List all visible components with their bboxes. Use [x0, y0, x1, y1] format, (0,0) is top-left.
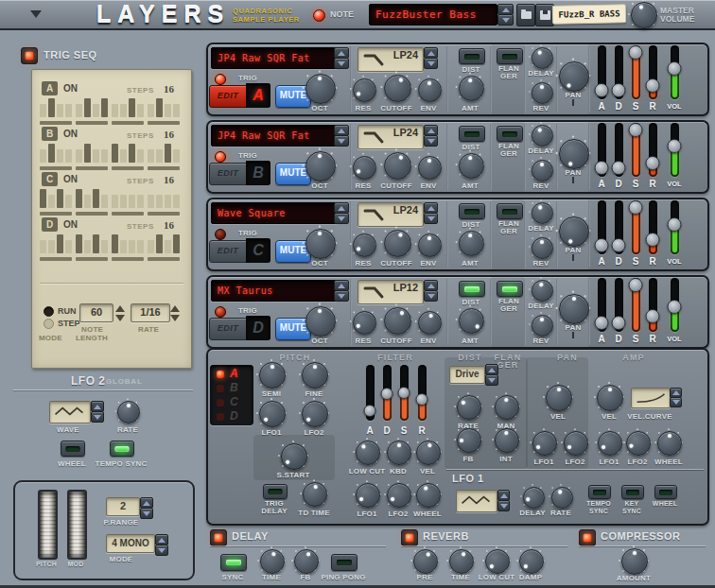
strip-c-release-slider-handle[interactable]: [646, 233, 660, 247]
editor-filter-attack-slider-handle[interactable]: [364, 405, 376, 417]
load-patch-button[interactable]: [516, 4, 535, 26]
strip-b-release-slider-handle[interactable]: [646, 156, 660, 170]
seq-row-C-step-14[interactable]: [156, 195, 163, 208]
editor-lfo1-wheel-button[interactable]: [654, 485, 677, 499]
strip-b-dist-button[interactable]: [459, 126, 485, 142]
strip-d-release-slider-handle[interactable]: [646, 309, 660, 323]
strip-a-decay-slider[interactable]: [615, 45, 623, 99]
seq-mode-step-radio[interactable]: [44, 319, 54, 329]
seq-row-C-step-9[interactable]: [112, 195, 118, 208]
strip-a-attack-slider[interactable]: [598, 45, 606, 99]
strip-a-volume-slider-handle[interactable]: [668, 61, 682, 76]
strip-c-volume-slider[interactable]: [671, 200, 679, 254]
editor-pitch-lfo1-knob[interactable]: [252, 393, 291, 433]
seq-row-A-step-5[interactable]: [76, 104, 82, 117]
strip-a-dist-button[interactable]: [459, 48, 485, 64]
strip-c-decay-slider[interactable]: [615, 200, 623, 254]
strip-b-edit-button[interactable]: EDIT: [209, 163, 247, 185]
seq-row-D-step-1[interactable]: [40, 240, 46, 253]
seq-row-C-step-15[interactable]: [165, 195, 171, 208]
lfo2-wave-display[interactable]: [49, 401, 91, 424]
editor-filter-release-slider-handle[interactable]: [416, 393, 428, 406]
editor-pitch-semi-knob[interactable]: [252, 355, 291, 394]
seq-row-B-step-3[interactable]: [57, 149, 63, 163]
seq-row-C-step-8[interactable]: [101, 195, 108, 208]
editor-td-time-knob[interactable]: [295, 475, 333, 512]
editor-pan-vel-knob[interactable]: [538, 377, 578, 417]
strip-a-attack-slider-handle[interactable]: [595, 83, 609, 97]
strip-d-decay-slider[interactable]: [615, 278, 623, 332]
seq-row-D-step-6[interactable]: [84, 240, 91, 253]
seq-mode-run-radio[interactable]: [44, 306, 54, 317]
strip-b-sustain-slider[interactable]: [632, 123, 640, 177]
seq-row-A-step-11[interactable]: [129, 98, 135, 117]
strip-d-decay-slider-handle[interactable]: [612, 316, 626, 330]
seq-note-length-value[interactable]: 60: [79, 303, 113, 322]
strip-c-dist-button[interactable]: [459, 203, 485, 219]
seq-row-A-step-14[interactable]: [156, 98, 163, 117]
strip-c-attack-slider[interactable]: [598, 200, 606, 254]
strip-c-decay-slider-handle[interactable]: [612, 238, 626, 252]
seq-row-B-step-2[interactable]: [48, 144, 55, 163]
editor-sample-start-knob[interactable]: [273, 436, 313, 476]
patch-down-button[interactable]: [497, 14, 514, 26]
editor-filter-release-slider[interactable]: [418, 365, 427, 421]
fx-delay-sync-button[interactable]: [220, 554, 247, 571]
strip-a-volume-slider[interactable]: [671, 45, 679, 99]
seq-row-C-step-3[interactable]: [57, 189, 63, 208]
seq-row-A-step-15[interactable]: [165, 104, 171, 117]
strip-d-env-knob[interactable]: [410, 303, 447, 340]
seq-note-length-up-button[interactable]: [115, 305, 125, 312]
seq-row-D-step-16[interactable]: [173, 234, 180, 253]
seq-row-D-step-2[interactable]: [48, 240, 55, 253]
strip-b-flanger-button[interactable]: [497, 126, 523, 142]
strip-b-sustain-slider-handle[interactable]: [629, 123, 643, 137]
seq-row-C-step-4[interactable]: [65, 195, 72, 208]
strip-b-decay-slider[interactable]: [615, 123, 623, 177]
seq-row-D-step-12[interactable]: [137, 240, 144, 253]
seq-row-A-step-7[interactable]: [93, 104, 99, 117]
seq-row-A-step-9[interactable]: [112, 104, 118, 117]
seq-row-D-step-8[interactable]: [101, 240, 108, 253]
editor-filter-wheel-knob[interactable]: [409, 476, 446, 513]
strip-d-attack-slider[interactable]: [598, 278, 606, 332]
fx-compressor-enable-led[interactable]: [579, 529, 596, 546]
seq-row-B-step-1[interactable]: [40, 149, 46, 163]
seq-row-C-step-16[interactable]: [173, 195, 180, 208]
lfo2-wheel-button[interactable]: [61, 441, 85, 457]
pitch-range-value[interactable]: 2: [106, 497, 140, 516]
seq-row-B-step-6[interactable]: [84, 144, 91, 163]
seq-row-C-step-7[interactable]: [93, 189, 99, 208]
seq-row-C-step-5[interactable]: [76, 189, 82, 208]
seq-row-A-step-16[interactable]: [173, 104, 180, 117]
seq-row-A-step-8[interactable]: [101, 98, 108, 117]
master-volume-knob[interactable]: [623, 0, 663, 34]
strip-d-edit-button[interactable]: EDIT: [209, 318, 247, 340]
strip-d-attack-slider-handle[interactable]: [595, 316, 609, 330]
fx-delay-enable-led[interactable]: [210, 529, 227, 546]
seq-row-B-step-11[interactable]: [129, 144, 135, 163]
editor-filter-sustain-slider-handle[interactable]: [398, 387, 410, 399]
strip-d-volume-slider-handle[interactable]: [668, 300, 682, 314]
strip-d-flanger-button[interactable]: [497, 281, 523, 297]
editor-tab-D[interactable]: D: [210, 410, 253, 424]
fx-delay-ping-pong-button[interactable]: [331, 554, 358, 571]
seq-row-D-step-14[interactable]: [156, 234, 163, 253]
editor-lfo1-wave-display[interactable]: [456, 490, 497, 512]
patch-name-display[interactable]: FuzzBuster Bass: [369, 4, 497, 26]
strip-c-release-slider[interactable]: [649, 200, 657, 254]
seq-row-D-step-7[interactable]: [93, 234, 99, 253]
seq-row-A-step-1[interactable]: [40, 104, 46, 117]
strip-a-release-slider-handle[interactable]: [646, 78, 660, 93]
seq-row-B-step-14[interactable]: [156, 149, 163, 163]
editor-pitch-lfo2-knob[interactable]: [294, 393, 334, 433]
editor-dist-rate-knob[interactable]: [449, 388, 487, 425]
seq-row-B-step-9[interactable]: [112, 144, 118, 163]
seq-row-A-step-2[interactable]: [48, 98, 55, 117]
editor-filter-attack-slider[interactable]: [366, 365, 375, 421]
seq-row-B-step-8[interactable]: [101, 149, 108, 163]
strip-d-dist-button[interactable]: [459, 281, 485, 297]
seq-row-D-step-11[interactable]: [129, 240, 135, 253]
strip-a-env-knob[interactable]: [410, 71, 447, 108]
editor-tab-A[interactable]: A: [210, 368, 253, 381]
